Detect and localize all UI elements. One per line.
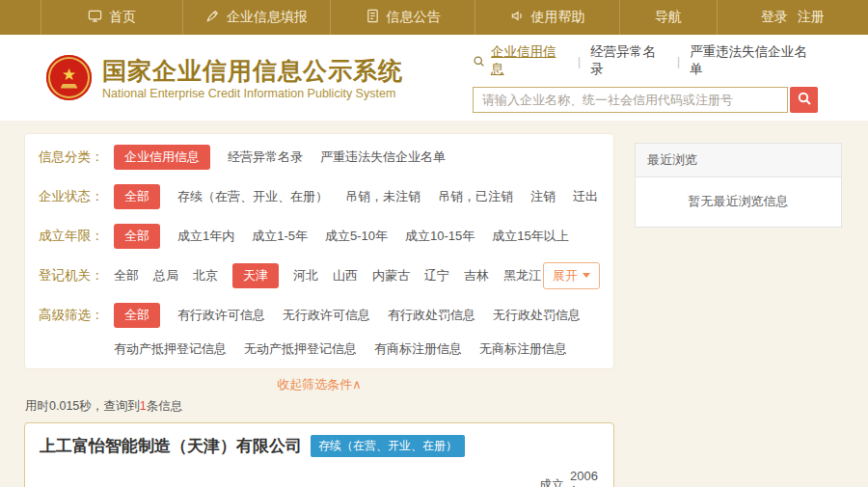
- nav-item-label: 信息公告: [387, 9, 441, 26]
- filter-option[interactable]: 无动产抵押登记信息: [244, 340, 357, 358]
- site-header: ★ 国家企业信用信息公示系统 National Enterprise Credi…: [0, 35, 868, 121]
- bulletin-icon: [366, 9, 380, 26]
- expand-button[interactable]: 展开: [543, 262, 600, 289]
- filter-panel: 信息分类： 企业信用信息 经营异常名录 严重违法失信企业名单 企业状态： 全部 …: [24, 133, 614, 369]
- filter-option[interactable]: 有行政处罚信息: [388, 307, 475, 324]
- filter-option[interactable]: 有行政许可信息: [177, 307, 265, 324]
- filter-option[interactable]: 全部: [114, 267, 139, 284]
- filter-row-advanced-continued: 有动产抵押登记信息 无动产抵押登记信息 有商标注册信息 无商标注册信息: [39, 335, 600, 364]
- login-link[interactable]: 登录: [761, 9, 788, 26]
- tab-separator: [578, 54, 582, 68]
- filter-option[interactable]: 山西: [333, 267, 358, 284]
- filter-option[interactable]: 经营异常名录: [228, 149, 303, 166]
- filter-option[interactable]: 企业信用信息: [114, 145, 210, 170]
- nav-item-announcements[interactable]: 信息公告: [331, 0, 475, 35]
- filter-option[interactable]: 河北: [293, 267, 318, 284]
- filter-row-enterprise-status: 企业状态： 全部 存续（在营、开业、在册） 吊销，未注销 吊销，已注销 注销 迁…: [39, 176, 600, 216]
- filter-option[interactable]: 成立1年内: [177, 228, 234, 245]
- nav-item-label: 企业信息填报: [227, 9, 308, 26]
- filter-option[interactable]: 成立1-5年: [252, 228, 308, 245]
- page-subtitle: National Enterprise Credit Information P…: [102, 87, 403, 100]
- filter-label: 信息分类：: [39, 149, 114, 166]
- search-tab-credit-info[interactable]: 企业信用信息: [491, 43, 568, 78]
- tab-separator: [677, 54, 681, 68]
- search-input[interactable]: [473, 87, 788, 113]
- nav-item-label: 首页: [109, 9, 136, 26]
- filter-option[interactable]: 全部: [114, 184, 160, 209]
- filter-option[interactable]: 吊销，已注销: [438, 188, 513, 205]
- search-icon: [473, 55, 485, 68]
- search-tab-abnormal-list[interactable]: 经营异常名录: [590, 43, 667, 78]
- nav-item-navigation[interactable]: 导航: [620, 0, 718, 35]
- search-row: [473, 87, 818, 113]
- filter-row-info-category: 信息分类： 企业信用信息 经营异常名录 严重违法失信企业名单: [39, 137, 600, 176]
- filter-option[interactable]: 全部: [114, 224, 160, 249]
- page-title: 国家企业信用信息公示系统: [102, 56, 403, 85]
- search-button[interactable]: [790, 87, 818, 113]
- top-navbar: 首页 企业信息填报 信息公告 使用帮助 导航 登录 注册: [0, 0, 868, 35]
- filter-option[interactable]: 成立5-10年: [325, 228, 388, 245]
- site-title-block: 国家企业信用信息公示系统 National Enterprise Credit …: [102, 56, 403, 100]
- filter-label: 成立年限：: [39, 228, 114, 245]
- nav-spacer: [0, 0, 41, 35]
- search-tab-illegal-list[interactable]: 严重违法失信企业名单: [690, 43, 818, 78]
- filter-option[interactable]: 吊销，未注销: [345, 188, 420, 205]
- nav-item-label: 使用帮助: [531, 9, 585, 26]
- filter-option[interactable]: 无商标注册信息: [479, 340, 567, 358]
- stats-suffix: 条信息: [147, 399, 183, 413]
- search-tabs: 企业信用信息 经营异常名录 严重违法失信企业名单: [473, 43, 818, 78]
- expand-button-label: 展开: [553, 267, 578, 284]
- status-badge: 存续（在营、开业、在册）: [311, 435, 465, 457]
- monitor-icon: [88, 9, 102, 26]
- recent-views-title: 最近浏览: [636, 144, 841, 177]
- search-block: 企业信用信息 经营异常名录 严重违法失信企业名单: [473, 43, 818, 113]
- result-card: 上工富怡智能制造（天津）有限公司 存续（在营、开业、在册） 统一社会信用代码： …: [24, 422, 614, 487]
- filter-row-registration-authority: 登记机关： 全部 总局 北京 天津 河北 山西 内蒙古 辽宁 吉林 黑龙江 展开: [39, 256, 600, 295]
- filter-row-establishment-years: 成立年限： 全部 成立1年内 成立1-5年 成立5-10年 成立10-15年 成…: [39, 216, 600, 256]
- filter-option[interactable]: 注销: [530, 188, 556, 205]
- recent-views-card: 最近浏览 暂无最近浏览信息: [635, 143, 842, 228]
- filter-option[interactable]: 成立15年以上: [492, 228, 568, 245]
- filter-option[interactable]: 总局: [153, 267, 178, 284]
- result-fields: 统一社会信用代码： 9112022478639352X6 法定代表人： 夏国强 …: [40, 469, 598, 487]
- filter-option[interactable]: 存续（在营、开业、在册）: [177, 188, 328, 205]
- pen-icon: [205, 9, 220, 26]
- filter-option[interactable]: 有商标注册信息: [374, 340, 462, 358]
- filter-option[interactable]: 迁出: [573, 188, 598, 205]
- national-emblem-logo: ★: [46, 55, 92, 100]
- field-establishment-date: 成立日期： 2006年05月24日: [519, 469, 598, 487]
- filter-option[interactable]: 辽宁: [424, 267, 449, 284]
- magnifier-icon: [797, 91, 812, 109]
- collapse-filters-link[interactable]: 收起筛选条件∧: [24, 376, 614, 393]
- filter-option[interactable]: 天津: [232, 263, 279, 288]
- sidebar: 最近浏览 暂无最近浏览信息: [635, 143, 842, 487]
- filter-option[interactable]: 黑龙江: [503, 267, 541, 284]
- filter-option[interactable]: 有动产抵押登记信息: [114, 340, 227, 358]
- register-link[interactable]: 注册: [798, 9, 825, 26]
- establishment-date-value: 2006年05月24日: [570, 469, 598, 487]
- recent-views-empty-text: 暂无最近浏览信息: [636, 177, 841, 227]
- nav-item-help[interactable]: 使用帮助: [475, 0, 620, 35]
- nav-item-enterprise-filing[interactable]: 企业信息填报: [183, 0, 331, 35]
- stats-prefix: 用时0.015秒，查询到: [25, 399, 140, 413]
- stats-count: 1: [140, 399, 147, 413]
- nav-item-label: 导航: [655, 9, 682, 26]
- filter-option[interactable]: 吉林: [464, 267, 489, 284]
- results-column: 信息分类： 企业信用信息 经营异常名录 严重违法失信企业名单 企业状态： 全部 …: [24, 133, 614, 487]
- filter-label: 登记机关：: [39, 267, 114, 284]
- filter-option[interactable]: 成立10-15年: [405, 228, 475, 245]
- filter-option[interactable]: 严重违法失信企业名单: [320, 149, 446, 166]
- filter-option[interactable]: 无行政许可信息: [283, 307, 370, 324]
- filter-label: 企业状态：: [39, 188, 114, 205]
- nav-auth: 登录 注册: [718, 0, 868, 35]
- filter-option[interactable]: 内蒙古: [372, 267, 410, 284]
- speaker-icon: [510, 9, 525, 26]
- result-title-row: 上工富怡智能制造（天津）有限公司 存续（在营、开业、在册）: [40, 435, 598, 457]
- filter-option[interactable]: 无行政处罚信息: [493, 307, 581, 324]
- nav-item-home[interactable]: 首页: [41, 0, 183, 35]
- filter-option[interactable]: 全部: [114, 303, 160, 328]
- search-stats: 用时0.015秒，查询到1条信息: [25, 398, 614, 415]
- field-label: 成立日期：: [539, 476, 564, 487]
- filter-option[interactable]: 北京: [193, 267, 218, 284]
- company-name-link[interactable]: 上工富怡智能制造（天津）有限公司: [40, 435, 302, 457]
